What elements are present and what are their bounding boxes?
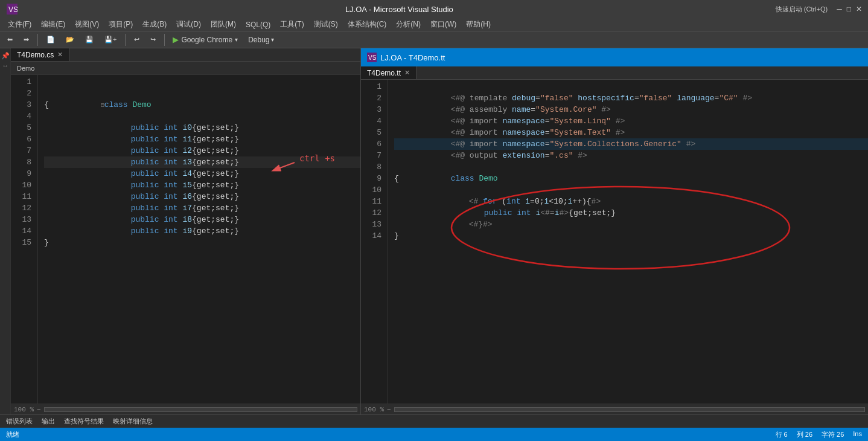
bottom-errors[interactable]: 错误列表 xyxy=(6,417,33,426)
left-sidebar: 📌 ↕ xyxy=(0,48,11,414)
save-all-btn[interactable]: 💾+ xyxy=(100,34,121,45)
menu-window[interactable]: 窗口(W) xyxy=(426,18,461,31)
toolbar-sep-3 xyxy=(164,34,165,46)
undo-btn[interactable]: ↩ xyxy=(130,34,144,45)
right-code-lines[interactable]: <#@ template debug="false" hostspecific=… xyxy=(388,80,868,404)
quick-launch[interactable]: 快速启动 (Ctrl+Q) xyxy=(776,5,828,14)
svg-text:VS: VS xyxy=(368,54,377,61)
menu-view[interactable]: 视图(V) xyxy=(70,18,104,31)
menu-debug[interactable]: 调试(D) xyxy=(171,18,206,31)
vs-icon: VS xyxy=(6,3,18,15)
status-col: 列 26 xyxy=(797,430,812,439)
right-line-1: <#@ template debug="false" hostspecific=… xyxy=(394,81,868,92)
right-zoom-minus[interactable]: − xyxy=(387,406,391,413)
left-breadcrumb: Demo xyxy=(11,62,360,75)
breadcrumb-text: Demo xyxy=(17,65,34,72)
run-button[interactable]: ▶ Google Chrome ▾ xyxy=(169,34,241,45)
run-label: Google Chrome xyxy=(181,36,232,44)
save-btn[interactable]: 💾 xyxy=(81,34,98,45)
menu-build[interactable]: 生成(B) xyxy=(138,18,171,31)
title-bar: VS LJ.OA - Microsoft Visual Studio 快速启动 … xyxy=(0,0,868,18)
run-dropdown-icon: ▾ xyxy=(235,36,238,43)
right-title-text: LJ.OA - T4Demo.tt xyxy=(380,53,445,62)
left-code-lines[interactable]: ⊟class Demo { public int i0{get;set;} pu… xyxy=(38,75,360,404)
status-bar: 就绪 行 6 列 26 字符 26 Ins xyxy=(0,428,868,441)
left-zoom-bar: 100 % − xyxy=(11,404,360,414)
sidebar-cursor-icon: ↕ xyxy=(2,64,9,68)
right-zoom-bar: 100 % − xyxy=(361,404,868,414)
left-line-numbers: 12345 678910 1112131415 xyxy=(11,75,38,404)
bottom-panel: 错误列表 输出 查找符号结果 映射详细信息 xyxy=(0,414,868,428)
toolbar-sep-1 xyxy=(37,34,38,46)
left-tab-close[interactable]: ✕ xyxy=(57,51,63,59)
menu-bar: 文件(F) 编辑(E) 视图(V) 项目(P) 生成(B) 调试(D) 团队(M… xyxy=(0,18,868,31)
svg-text:VS: VS xyxy=(8,5,18,14)
debug-text: Debug xyxy=(248,36,269,44)
title-text: LJ.OA - Microsoft Visual Studio xyxy=(23,5,776,14)
status-char: 字符 26 xyxy=(822,430,844,439)
right-title-bar: VS LJ.OA - T4Demo.tt xyxy=(361,48,868,66)
left-tab-active[interactable]: T4Demo.cs ✕ xyxy=(11,48,69,61)
class-name: Demo xyxy=(132,100,151,109)
menu-test[interactable]: 测试(S) xyxy=(309,18,343,31)
open-btn[interactable]: 📂 xyxy=(62,34,78,45)
menu-team[interactable]: 团队(M) xyxy=(206,18,241,31)
right-tab-label: T4Demo.tt xyxy=(367,69,401,77)
menu-analyze[interactable]: 分析(N) xyxy=(391,18,426,31)
right-code-editor[interactable]: 12345 678910 11121314 <#@ template debug… xyxy=(361,80,868,404)
left-tab-label: T4Demo.cs xyxy=(17,51,54,59)
new-file-btn[interactable]: 📄 xyxy=(42,34,59,45)
right-tab-close[interactable]: ✕ xyxy=(404,69,410,77)
sidebar-pin-icon: 📌 xyxy=(1,51,9,59)
status-ins: Ins xyxy=(853,430,862,439)
code-line-2: ⊟class Demo xyxy=(44,88,360,99)
right-pane: VS LJ.OA - T4Demo.tt T4Demo.tt ✕ 12345 6… xyxy=(361,48,868,414)
status-right: 行 6 列 26 字符 26 Ins xyxy=(776,430,862,439)
run-icon: ▶ xyxy=(173,35,179,44)
left-pane: T4Demo.cs ✕ Demo 12345 678910 1112131415… xyxy=(11,48,361,414)
left-tab-bar: T4Demo.cs ✕ xyxy=(11,48,360,62)
right-line-numbers: 12345 678910 11121314 xyxy=(361,80,388,404)
debug-label-btn[interactable]: Debug ▾ xyxy=(244,34,278,46)
minimize-btn[interactable]: ─ xyxy=(837,5,842,13)
forward-btn[interactable]: ➡ xyxy=(19,34,33,45)
left-zoom-scrollbar[interactable] xyxy=(44,407,357,412)
redo-btn[interactable]: ↪ xyxy=(146,34,160,45)
left-zoom-text: 100 % xyxy=(14,406,34,413)
close-btn[interactable]: ✕ xyxy=(856,5,862,13)
toolbar: ⬅ ➡ 📄 📂 💾 💾+ ↩ ↪ ▶ Google Chrome ▾ Debug… xyxy=(0,31,868,48)
menu-edit[interactable]: 编辑(E) xyxy=(36,18,70,31)
back-btn[interactable]: ⬅ xyxy=(3,34,17,45)
left-code-editor[interactable]: 12345 678910 1112131415 ⊟class Demo { pu… xyxy=(11,75,360,404)
debug-dropdown: ▾ xyxy=(271,36,274,43)
status-ready: 就绪 xyxy=(6,430,19,439)
kw-class: class xyxy=(104,100,133,109)
bottom-output[interactable]: 输出 xyxy=(42,417,55,426)
right-zoom-scrollbar[interactable] xyxy=(394,407,865,412)
right-line-14: } xyxy=(394,230,868,242)
toolbar-sep-2 xyxy=(125,34,126,46)
right-line-10: <# for (int i=0;i<10;i++){#> xyxy=(394,184,868,196)
right-tab-active[interactable]: T4Demo.tt ✕ xyxy=(361,66,416,79)
menu-arch[interactable]: 体系结构(C) xyxy=(343,18,392,31)
menu-file[interactable]: 文件(F) xyxy=(3,18,36,31)
maximize-btn[interactable]: □ xyxy=(847,5,851,13)
code-line-4: public int i0{get;set;} xyxy=(44,111,360,122)
right-tab-bar: T4Demo.tt ✕ xyxy=(361,66,868,80)
bottom-find[interactable]: 查找符号结果 xyxy=(64,417,104,426)
main-container: 📌 ↕ T4Demo.cs ✕ Demo 12345 678910 111213… xyxy=(0,48,868,414)
right-line-8: class Demo xyxy=(394,161,868,173)
bottom-map[interactable]: 映射详细信息 xyxy=(113,417,153,426)
code-line-15: } xyxy=(44,237,360,248)
menu-help[interactable]: 帮助(H) xyxy=(461,18,496,31)
right-zoom-text: 100 % xyxy=(364,406,384,413)
code-line-1 xyxy=(44,76,360,88)
menu-tools[interactable]: 工具(T) xyxy=(275,18,308,31)
status-line: 行 6 xyxy=(776,430,788,439)
menu-project[interactable]: 项目(P) xyxy=(104,18,138,31)
left-zoom-minus[interactable]: − xyxy=(37,406,41,413)
vs-icon-right: VS xyxy=(367,53,377,62)
menu-sql[interactable]: SQL(Q) xyxy=(241,19,275,30)
